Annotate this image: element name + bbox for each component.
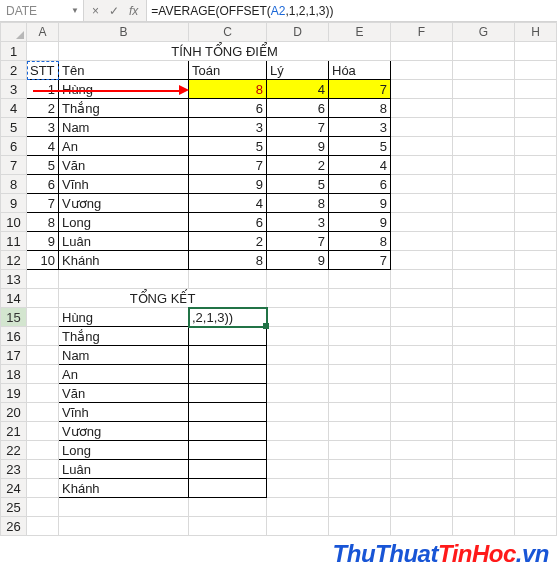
cell[interactable]: Toán [189,61,267,80]
row-header[interactable]: 2 [1,61,27,80]
cell[interactable]: 2 [189,232,267,251]
col-header[interactable]: B [59,23,189,42]
cell[interactable] [189,327,267,346]
cell[interactable] [453,251,515,270]
cell[interactable] [515,289,557,308]
cell[interactable]: 6 [267,99,329,118]
cell[interactable] [267,346,329,365]
cell[interactable] [453,99,515,118]
cell[interactable]: Lý [267,61,329,80]
cell[interactable]: Văn [59,384,189,403]
cell[interactable] [27,308,59,327]
row-header[interactable]: 13 [1,270,27,289]
cell[interactable] [329,365,391,384]
cell[interactable] [515,156,557,175]
cell[interactable] [267,498,329,517]
cell[interactable]: 2 [267,156,329,175]
cell[interactable] [267,517,329,536]
formula-bar[interactable]: =AVERAGE(OFFSET(A2,1,2,1,3)) [146,0,557,21]
cell[interactable] [453,365,515,384]
cell[interactable] [27,403,59,422]
cell[interactable] [59,270,189,289]
cell[interactable] [391,327,453,346]
row-header[interactable]: 12 [1,251,27,270]
cell[interactable]: 6 [27,175,59,194]
cell[interactable]: Luân [59,460,189,479]
cell[interactable] [59,517,189,536]
cell[interactable] [189,517,267,536]
cell[interactable] [27,346,59,365]
cell[interactable] [453,517,515,536]
select-all-corner[interactable] [1,23,27,42]
cell[interactable] [515,365,557,384]
row-header[interactable]: 1 [1,42,27,61]
cell[interactable] [453,403,515,422]
cell[interactable] [391,99,453,118]
row-header[interactable]: 15 [1,308,27,327]
cell[interactable] [27,479,59,498]
cell[interactable] [27,42,59,61]
row-header[interactable]: 6 [1,137,27,156]
cell[interactable] [329,441,391,460]
cell[interactable] [27,270,59,289]
cell[interactable] [515,80,557,99]
cell[interactable]: Long [59,441,189,460]
cell[interactable]: 5 [189,137,267,156]
cell[interactable]: 7 [329,80,391,99]
row-header[interactable]: 18 [1,365,27,384]
cell[interactable] [329,346,391,365]
cell[interactable]: 6 [329,175,391,194]
row-header[interactable]: 7 [1,156,27,175]
cell[interactable] [453,308,515,327]
cell[interactable] [329,289,391,308]
cell[interactable] [59,498,189,517]
cell[interactable]: 2 [27,99,59,118]
cell[interactable] [515,213,557,232]
cell[interactable]: 9 [329,194,391,213]
cell[interactable] [391,213,453,232]
cell[interactable] [267,308,329,327]
cell[interactable] [27,384,59,403]
row-header[interactable]: 10 [1,213,27,232]
cell[interactable] [391,365,453,384]
cell[interactable] [391,422,453,441]
col-header[interactable]: C [189,23,267,42]
cell[interactable] [391,137,453,156]
cell[interactable]: 9 [267,251,329,270]
cell[interactable]: Tên [59,61,189,80]
cell[interactable]: 8 [189,80,267,99]
cell[interactable] [267,422,329,441]
cell[interactable] [267,460,329,479]
cell[interactable]: 8 [189,251,267,270]
cell[interactable]: 7 [267,118,329,137]
cell[interactable] [453,460,515,479]
row-header[interactable]: 16 [1,327,27,346]
name-box[interactable]: DATE ▼ [0,0,84,21]
cell[interactable] [267,365,329,384]
cell[interactable] [515,232,557,251]
cell[interactable] [515,61,557,80]
cell[interactable]: 7 [329,251,391,270]
cell[interactable] [189,479,267,498]
cell[interactable]: 9 [189,175,267,194]
cell[interactable] [453,232,515,251]
cell[interactable] [453,137,515,156]
cell[interactable] [391,42,453,61]
cell[interactable]: Hùng [59,308,189,327]
cell[interactable]: 7 [27,194,59,213]
cell[interactable] [391,498,453,517]
cell[interactable] [329,498,391,517]
cell[interactable]: 3 [27,118,59,137]
cell[interactable] [391,61,453,80]
cell[interactable]: Vĩnh [59,403,189,422]
fx-icon[interactable]: fx [129,4,138,18]
cell[interactable] [267,479,329,498]
col-header[interactable]: H [515,23,557,42]
cell[interactable]: 6 [189,99,267,118]
cell[interactable] [515,403,557,422]
row-header[interactable]: 20 [1,403,27,422]
cell[interactable] [391,346,453,365]
cell[interactable] [27,460,59,479]
cell[interactable]: 8 [329,232,391,251]
cell[interactable] [329,308,391,327]
